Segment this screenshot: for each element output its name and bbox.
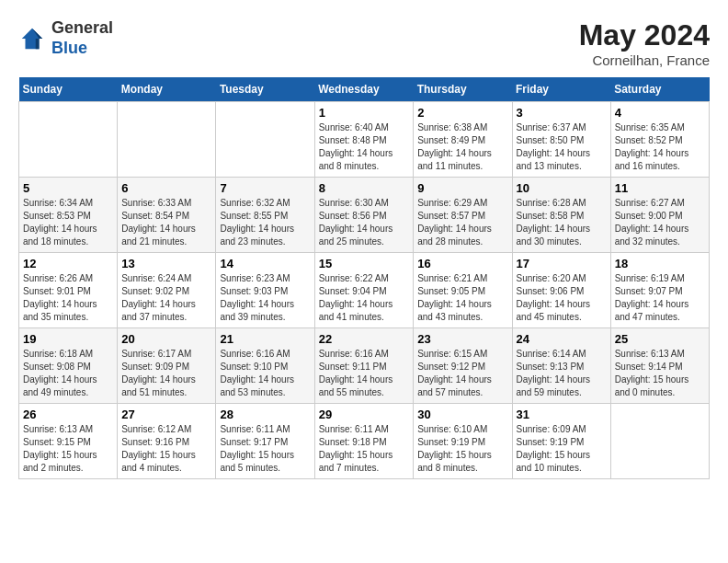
calendar-cell: 24Sunrise: 6:14 AMSunset: 9:13 PMDayligh…	[512, 328, 610, 404]
calendar-cell: 12Sunrise: 6:26 AMSunset: 9:01 PMDayligh…	[19, 253, 118, 328]
calendar-cell: 3Sunrise: 6:37 AMSunset: 8:50 PMDaylight…	[512, 102, 610, 178]
day-info: Sunrise: 6:13 AMSunset: 9:15 PMDaylight:…	[23, 423, 113, 475]
day-info: Sunrise: 6:10 AMSunset: 9:19 PMDaylight:…	[417, 423, 507, 475]
day-number: 30	[417, 408, 507, 421]
calendar-cell: 31Sunrise: 6:09 AMSunset: 9:19 PMDayligh…	[512, 404, 610, 479]
calendar-cell: 8Sunrise: 6:30 AMSunset: 8:56 PMDaylight…	[314, 178, 414, 253]
day-number: 18	[615, 257, 705, 270]
calendar-cell: 13Sunrise: 6:24 AMSunset: 9:02 PMDayligh…	[118, 253, 216, 328]
calendar-cell: 22Sunrise: 6:16 AMSunset: 9:11 PMDayligh…	[314, 328, 414, 404]
calendar-cell: 21Sunrise: 6:16 AMSunset: 9:10 PMDayligh…	[216, 328, 314, 404]
day-info: Sunrise: 6:35 AMSunset: 8:52 PMDaylight:…	[615, 121, 705, 173]
day-number: 20	[121, 332, 211, 346]
calendar-cell	[19, 102, 118, 178]
logo-icon	[18, 25, 46, 52]
day-number: 6	[121, 181, 211, 195]
calendar-cell: 5Sunrise: 6:34 AMSunset: 8:53 PMDaylight…	[19, 178, 118, 253]
day-number: 1	[319, 106, 410, 120]
day-info: Sunrise: 6:33 AMSunset: 8:54 PMDaylight:…	[121, 197, 211, 248]
dow-header: Monday	[118, 77, 216, 102]
day-info: Sunrise: 6:26 AMSunset: 9:01 PMDaylight:…	[23, 272, 113, 324]
calendar-cell: 11Sunrise: 6:27 AMSunset: 9:00 PMDayligh…	[610, 178, 709, 253]
day-number: 2	[417, 106, 507, 120]
day-number: 22	[319, 332, 410, 346]
calendar-cell: 2Sunrise: 6:38 AMSunset: 8:49 PMDaylight…	[414, 102, 512, 178]
calendar-cell: 25Sunrise: 6:13 AMSunset: 9:14 PMDayligh…	[610, 328, 709, 404]
day-info: Sunrise: 6:40 AMSunset: 8:48 PMDaylight:…	[319, 121, 410, 173]
calendar-cell: 19Sunrise: 6:18 AMSunset: 9:08 PMDayligh…	[19, 328, 118, 404]
day-number: 9	[417, 181, 507, 195]
calendar-cell: 4Sunrise: 6:35 AMSunset: 8:52 PMDaylight…	[610, 102, 709, 178]
day-info: Sunrise: 6:29 AMSunset: 8:57 PMDaylight:…	[417, 197, 507, 248]
dow-header: Saturday	[610, 77, 709, 102]
calendar-cell: 15Sunrise: 6:22 AMSunset: 9:04 PMDayligh…	[314, 253, 414, 328]
calendar-cell: 9Sunrise: 6:29 AMSunset: 8:57 PMDaylight…	[414, 178, 512, 253]
calendar-cell: 7Sunrise: 6:32 AMSunset: 8:55 PMDaylight…	[216, 178, 314, 253]
day-info: Sunrise: 6:16 AMSunset: 9:10 PMDaylight:…	[220, 348, 310, 399]
day-number: 24	[517, 332, 607, 346]
day-number: 11	[615, 181, 705, 195]
dow-header: Sunday	[19, 77, 118, 102]
day-number: 12	[23, 257, 113, 270]
day-number: 25	[615, 332, 705, 346]
day-info: Sunrise: 6:12 AMSunset: 9:16 PMDaylight:…	[121, 423, 211, 475]
day-number: 15	[319, 257, 410, 270]
logo-text: General Blue	[51, 18, 113, 58]
day-info: Sunrise: 6:09 AMSunset: 9:19 PMDaylight:…	[517, 423, 607, 475]
day-info: Sunrise: 6:11 AMSunset: 9:18 PMDaylight:…	[319, 423, 410, 475]
day-number: 29	[319, 408, 410, 421]
day-number: 28	[220, 408, 310, 421]
calendar-cell: 6Sunrise: 6:33 AMSunset: 8:54 PMDaylight…	[118, 178, 216, 253]
day-info: Sunrise: 6:37 AMSunset: 8:50 PMDaylight:…	[517, 121, 607, 173]
day-info: Sunrise: 6:28 AMSunset: 8:58 PMDaylight:…	[517, 197, 607, 248]
day-info: Sunrise: 6:20 AMSunset: 9:06 PMDaylight:…	[517, 272, 607, 324]
day-info: Sunrise: 6:15 AMSunset: 9:12 PMDaylight:…	[417, 348, 507, 399]
day-info: Sunrise: 6:38 AMSunset: 8:49 PMDaylight:…	[417, 121, 507, 173]
calendar-table: SundayMondayTuesdayWednesdayThursdayFrid…	[18, 77, 710, 479]
day-info: Sunrise: 6:23 AMSunset: 9:03 PMDaylight:…	[220, 272, 310, 324]
day-number: 16	[417, 257, 507, 270]
title-block: May 2024 Corneilhan, France	[579, 18, 710, 68]
calendar-cell	[216, 102, 314, 178]
day-info: Sunrise: 6:30 AMSunset: 8:56 PMDaylight:…	[319, 197, 410, 248]
calendar-cell	[118, 102, 216, 178]
dow-header: Wednesday	[314, 77, 414, 102]
day-info: Sunrise: 6:34 AMSunset: 8:53 PMDaylight:…	[23, 197, 113, 248]
calendar-cell: 10Sunrise: 6:28 AMSunset: 8:58 PMDayligh…	[512, 178, 610, 253]
day-number: 5	[23, 181, 113, 195]
calendar-cell: 29Sunrise: 6:11 AMSunset: 9:18 PMDayligh…	[314, 404, 414, 479]
calendar-cell: 30Sunrise: 6:10 AMSunset: 9:19 PMDayligh…	[414, 404, 512, 479]
dow-header: Friday	[512, 77, 610, 102]
day-info: Sunrise: 6:21 AMSunset: 9:05 PMDaylight:…	[417, 272, 507, 324]
day-info: Sunrise: 6:27 AMSunset: 9:00 PMDaylight:…	[615, 197, 705, 248]
day-number: 31	[517, 408, 607, 421]
day-number: 17	[517, 257, 607, 270]
calendar-cell: 16Sunrise: 6:21 AMSunset: 9:05 PMDayligh…	[414, 253, 512, 328]
calendar-cell: 28Sunrise: 6:11 AMSunset: 9:17 PMDayligh…	[216, 404, 314, 479]
day-number: 7	[220, 181, 310, 195]
day-info: Sunrise: 6:14 AMSunset: 9:13 PMDaylight:…	[517, 348, 607, 399]
day-number: 10	[517, 181, 607, 195]
calendar-cell: 20Sunrise: 6:17 AMSunset: 9:09 PMDayligh…	[118, 328, 216, 404]
day-info: Sunrise: 6:17 AMSunset: 9:09 PMDaylight:…	[121, 348, 211, 399]
calendar-cell: 18Sunrise: 6:19 AMSunset: 9:07 PMDayligh…	[610, 253, 709, 328]
day-number: 13	[121, 257, 211, 270]
day-number: 14	[220, 257, 310, 270]
day-number: 3	[517, 106, 607, 120]
calendar-cell	[610, 404, 709, 479]
day-info: Sunrise: 6:16 AMSunset: 9:11 PMDaylight:…	[319, 348, 410, 399]
day-number: 23	[417, 332, 507, 346]
day-info: Sunrise: 6:24 AMSunset: 9:02 PMDaylight:…	[121, 272, 211, 324]
day-number: 4	[615, 106, 705, 120]
day-info: Sunrise: 6:11 AMSunset: 9:17 PMDaylight:…	[220, 423, 310, 475]
day-number: 8	[319, 181, 410, 195]
calendar-cell: 27Sunrise: 6:12 AMSunset: 9:16 PMDayligh…	[118, 404, 216, 479]
day-number: 21	[220, 332, 310, 346]
calendar-cell: 23Sunrise: 6:15 AMSunset: 9:12 PMDayligh…	[414, 328, 512, 404]
day-info: Sunrise: 6:18 AMSunset: 9:08 PMDaylight:…	[23, 348, 113, 399]
calendar-cell: 26Sunrise: 6:13 AMSunset: 9:15 PMDayligh…	[19, 404, 118, 479]
day-number: 19	[23, 332, 113, 346]
dow-header: Tuesday	[216, 77, 314, 102]
day-info: Sunrise: 6:22 AMSunset: 9:04 PMDaylight:…	[319, 272, 410, 324]
page-header: General Blue May 2024 Corneilhan, France	[18, 18, 710, 68]
